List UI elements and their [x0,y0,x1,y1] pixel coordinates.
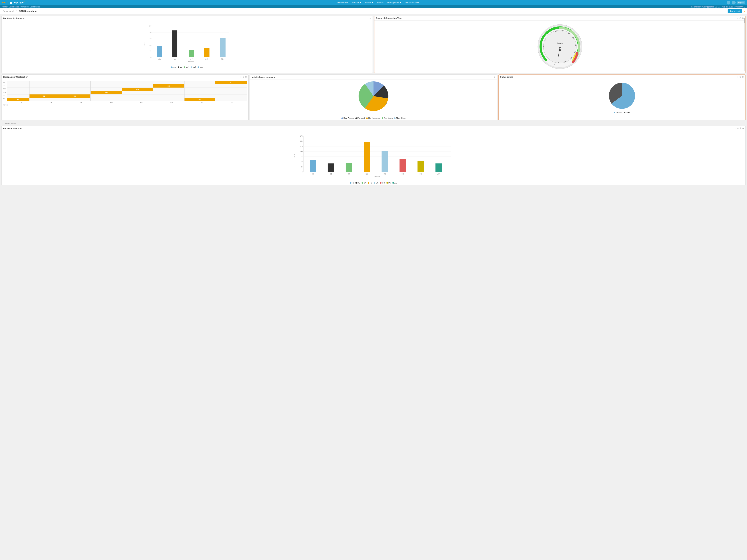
svg-text:150: 150 [149,38,151,40]
svg-text:250: 250 [149,25,151,27]
legend-loc-in: IN [350,182,354,184]
location-refresh-icon[interactable]: ○ [735,127,736,130]
activity-pie-container [250,80,497,116]
legend-payment: Payment [355,117,365,119]
nav-reports[interactable]: Reports ▾ [351,1,363,4]
favorite-icon[interactable]: ★ [743,10,745,12]
svg-point-42 [559,47,561,48]
add-widget-button[interactable]: Add widget [727,9,742,13]
nav-dashboards[interactable]: Dashboards ▾ [334,1,350,4]
gauge-refresh-icon[interactable]: ○ [737,17,739,20]
status-refresh-icon[interactable]: ○ [737,76,739,78]
location-settings-icon[interactable]: ⊙ [737,127,739,130]
breadcrumb-current: Advanced Dashboards [21,6,40,8]
bar-html [220,38,226,57]
gauge-settings-icon[interactable]: ⊙ [739,17,741,20]
location-chart-widget: Per Location Count ○ ⊙ ⊗ ≡ Count [1,126,746,185]
nav-management[interactable]: Management ▾ [386,1,403,4]
heatmap-cell-pk: PK [184,98,215,101]
svg-text:75: 75 [301,156,303,158]
heatmap-cell-dl: DL [29,95,59,98]
location-menu[interactable]: ≡ [742,127,744,130]
breadcrumb-bar: Home > Dashboards > Advanced Dashboards … [0,5,747,8]
legend-loc-uk: UK [362,182,366,184]
appliance-info: Enterprise Virtual Appliance LSP33 - Aug… [691,6,745,8]
status-pie-svg [605,81,639,111]
bar-tcp [172,30,177,57]
app-logo: TIBCO ●TIBCO LogLogic LogLogic® [2,1,25,4]
activity-title: activity based grouping [252,76,275,78]
bar-chart-svg: Count 250 200 150 100 50 0 [3,22,371,63]
svg-text:50: 50 [301,161,303,163]
activity-legend: Data Access Payment No_Response App_Logi… [250,116,497,120]
nav-right: Logout [727,1,745,4]
heatmap-title: Heatmap per Geolocation [3,76,28,78]
legend-tcp: tcp [178,66,182,68]
svg-text:PK: PK [419,173,422,175]
bar-chart-header: Bar Chart by Protocol ≡ [2,16,372,21]
heatmap-refresh-icon[interactable]: ○ [240,76,241,78]
bar-au [436,163,442,172]
svg-text:IN: IN [312,173,314,175]
settings-icon[interactable] [732,1,736,4]
heatmap-settings-icon[interactable]: ⊙ [242,76,244,78]
heatmap-close-icon[interactable]: ⊗ [245,76,247,78]
bar-chart-menu[interactable]: ≡ [369,17,371,20]
nav-alerts[interactable]: Alerts ▾ [375,1,385,4]
status-legend: success failed [612,111,632,115]
heatmap-row: US [7,88,247,91]
main-content: Bar Chart by Protocol ≡ Count [0,14,747,188]
logout-btn[interactable]: Logout [737,1,745,4]
bar-pk [418,161,424,172]
heatmap-row: IN PK [7,98,247,101]
status-close-icon[interactable]: ⊗ [742,76,744,78]
heatmap-y-axis-label: Values [3,104,247,106]
activity-menu[interactable]: ≡ [494,76,495,79]
top-nav: TIBCO ●TIBCO LogLogic LogLogic® Dashboar… [0,0,747,5]
bar-ru [364,142,370,172]
svg-text:Events: Events [557,42,563,45]
breadcrumb: Home > Dashboards > Advanced Dashboards [2,6,40,8]
gauge-scrollbar-thumb[interactable] [744,18,745,23]
bar-uk [346,163,352,172]
svg-text:0: 0 [151,56,151,58]
svg-text:ipv4: ipv4 [190,58,193,60]
gauge-close-icon[interactable]: ⊗ [742,17,744,20]
heatmap-cell-uk: UK [59,95,91,98]
legend-loc-pk: PK [386,182,391,184]
gauge-header: Gauge of Connection Time ○ ⊙ ⊗ [375,16,745,21]
user-icon[interactable] [727,1,730,4]
location-chart-header: Per Location Count ○ ⊙ ⊗ ≡ [2,126,745,131]
gauge-container: 4 8 12 16 20 24 28 32 36 40 45 50 05 [375,21,745,73]
heatmap-area: 56 72 106 154 50 64 [2,79,248,107]
svg-text:100: 100 [149,44,151,46]
gauge-scrollbar[interactable] [744,18,745,71]
heatmap-grid-wrapper: AU CH [7,81,247,104]
svg-text:25: 25 [301,166,303,168]
heatmap-controls: ○ ⊙ ⊗ [240,76,247,78]
row-2: Heatmap per Geolocation ○ ⊙ ⊗ 56 72 106 … [1,75,746,121]
gauge-svg: 4 8 12 16 20 24 28 32 36 40 45 50 05 [536,22,584,71]
legend-loc-ch: CH [380,182,385,184]
bar-in [310,160,316,172]
status-title: Status count [500,76,513,78]
bar-chart-title: Bar Chart by Protocol [3,17,24,20]
svg-text:100: 100 [300,151,303,153]
location-close-icon[interactable]: ⊗ [740,127,742,130]
svg-text:DE: DE [330,173,332,175]
heatmap-table: AU CH [7,81,247,101]
breadcrumb-dashboards[interactable]: Dashboards [9,6,19,8]
bar-chart-legend: udp tcp ipv4 ipv6 html [2,65,372,69]
svg-text:Count: Count [294,154,295,158]
svg-text:AU: AU [437,173,440,175]
svg-text:Location: Location [374,176,380,178]
nav-administration[interactable]: Administration ▾ [403,1,421,4]
heatmap-widget: Heatmap per Geolocation ○ ⊙ ⊗ 56 72 106 … [1,75,249,121]
breadcrumb-home[interactable]: Home [2,6,7,8]
legend-no-response: No_Response [366,117,380,119]
svg-text:20: 20 [562,30,564,32]
status-settings-icon[interactable]: ⊙ [739,76,741,78]
nav-search[interactable]: Search ▾ [363,1,375,4]
bar-chart-area: Count 250 200 150 100 50 0 [2,21,372,65]
heatmap-grid: AU CH [7,81,247,104]
